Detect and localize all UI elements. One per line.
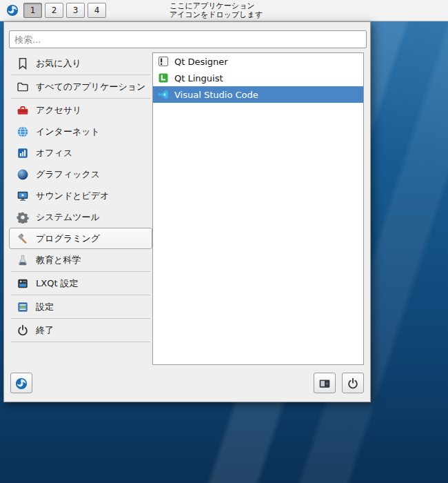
- lxqt-logo-icon: [15, 377, 28, 389]
- flask-icon: [17, 254, 29, 266]
- category-label: オフィス: [36, 147, 72, 159]
- app-label: Qt Linguist: [174, 73, 223, 83]
- category-label: お気に入り: [36, 57, 81, 70]
- workspace-button-2[interactable]: 2: [45, 3, 63, 18]
- workspace-button-4[interactable]: 4: [88, 3, 106, 18]
- separator: [11, 98, 150, 99]
- lxqt-settings-icon: [17, 277, 29, 290]
- category-label: アクセサリ: [36, 104, 82, 117]
- application-list: Qt Designer Qt Linguist Visual Studio Co…: [152, 52, 364, 365]
- category-label: 教育と科学: [36, 254, 81, 266]
- qt-designer-icon: [158, 56, 169, 67]
- category-education-science[interactable]: 教育と科学: [9, 249, 152, 270]
- app-label: Visual Studio Code: [174, 90, 258, 100]
- power-icon: [17, 324, 29, 337]
- separator: [11, 342, 150, 342]
- category-list: お気に入り すべてのアプリケーション アクセサリ インターネット: [9, 52, 152, 343]
- sphere-icon: [17, 168, 29, 181]
- main-menu-popup: お気に入り すべてのアプリケーション アクセサリ インターネット: [3, 21, 371, 402]
- quicklaunch-drop-hint: ここにアプリケーション アイコンをドロップします: [170, 1, 263, 19]
- category-label: システムツール: [36, 211, 100, 224]
- screen-lock-icon: [318, 377, 331, 389]
- category-label: グラフィックス: [36, 168, 100, 181]
- category-lxqt-settings[interactable]: LXQt 設定: [9, 273, 152, 294]
- separator: [11, 75, 150, 75]
- category-label: LXQt 設定: [36, 277, 79, 290]
- category-internet[interactable]: インターネット: [9, 121, 152, 142]
- app-item-qt-designer[interactable]: Qt Designer: [153, 53, 363, 70]
- category-accessories[interactable]: アクセサリ: [9, 99, 152, 121]
- category-all-applications[interactable]: すべてのアプリケーション: [9, 76, 152, 97]
- power-icon: [347, 377, 359, 389]
- category-office[interactable]: オフィス: [9, 142, 152, 164]
- toolbox-icon: [17, 104, 29, 117]
- category-settings[interactable]: 設定: [9, 296, 152, 317]
- lxqt-about-button[interactable]: [10, 373, 32, 393]
- settings-sliders-icon: [17, 301, 29, 313]
- category-label: 終了: [36, 324, 54, 337]
- category-label: すべてのアプリケーション: [36, 81, 145, 93]
- separator: [11, 295, 150, 295]
- monitor-video-icon: [17, 190, 29, 202]
- app-item-qt-linguist[interactable]: Qt Linguist: [153, 70, 363, 86]
- folder-icon: [17, 81, 29, 93]
- category-label: サウンドとビデオ: [36, 190, 109, 202]
- shutdown-button[interactable]: [342, 373, 364, 393]
- category-label: プログラミング: [36, 233, 100, 245]
- category-label: 設定: [36, 301, 54, 313]
- gear-icon: [17, 211, 29, 224]
- separator: [11, 318, 150, 319]
- globe-icon: [17, 126, 29, 138]
- app-label: Qt Designer: [174, 57, 228, 67]
- hammer-icon: [17, 233, 29, 245]
- menu-footer: [10, 373, 364, 393]
- vscode-icon: [158, 89, 169, 100]
- search-input[interactable]: [9, 30, 367, 48]
- category-sound-video[interactable]: サウンドとビデオ: [9, 185, 152, 206]
- category-label: インターネット: [36, 126, 100, 138]
- main-menu-button[interactable]: [4, 2, 21, 19]
- separator: [11, 271, 150, 272]
- category-system-tools[interactable]: システムツール: [9, 206, 152, 228]
- top-panel: 1 2 3 4 ここにアプリケーション アイコンをドロップします: [0, 0, 448, 21]
- category-favorites[interactable]: お気に入り: [9, 52, 152, 74]
- category-programming[interactable]: プログラミング: [9, 228, 152, 249]
- drop-hint-line1: ここにアプリケーション: [170, 1, 263, 10]
- bookmark-icon: [17, 57, 29, 70]
- app-item-visual-studio-code[interactable]: Visual Studio Code: [153, 86, 363, 103]
- qt-linguist-icon: [158, 72, 169, 83]
- category-leave[interactable]: 終了: [9, 319, 152, 341]
- category-graphics[interactable]: グラフィックス: [9, 164, 152, 185]
- drop-hint-line2: アイコンをドロップします: [170, 10, 263, 19]
- office-chart-icon: [17, 147, 29, 159]
- workspace-button-3[interactable]: 3: [66, 3, 85, 18]
- workspace-button-1[interactable]: 1: [23, 3, 42, 18]
- session-buttons: [314, 373, 364, 393]
- lxqt-logo-icon: [6, 4, 19, 17]
- lock-screen-button[interactable]: [314, 373, 336, 393]
